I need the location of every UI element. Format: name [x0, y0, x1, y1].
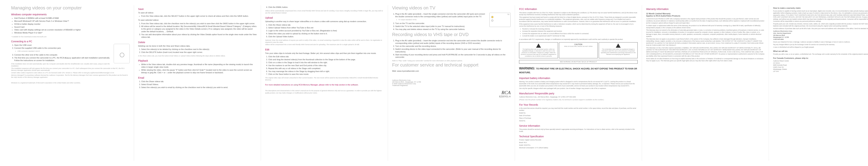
manual-spread: Managing videos on your computer Windows… — [0, 0, 868, 166]
heading-win-req: Windows computer requirements — [11, 13, 130, 16]
edit-step: Click on the Save button to save the new… — [268, 73, 384, 76]
see-marking: SEE MARKING ON BOTTOM / BACK OF PRODUCT — [519, 60, 638, 64]
heading-save: Save — [138, 8, 257, 10]
col-upload-edit: Click the EMAIL button. Videos will be a… — [261, 5, 388, 161]
heading-recording: Recording videos to VHS tape or DVD — [392, 32, 511, 37]
edit-step: Click on a video in the Stage to load it… — [268, 61, 384, 64]
canada-address: Audiovox Return Centre c/o Genco 6685 Ke… — [773, 60, 868, 73]
spec-line: Brand: RCA — [519, 142, 638, 144]
more-info: For more detailed instructions on using … — [265, 84, 384, 86]
addr-line: Hauppauge N.Y. 11788 — [773, 36, 789, 38]
edit-step: Use the markers to set the new Start and… — [268, 64, 384, 67]
addr-line: Audiovox Return Centre — [773, 60, 789, 62]
caution-subtitle: RISK OF ELECTRIC SHOCK DO NOT OPEN — [560, 46, 597, 47]
heading-support: For customer service and technical suppo… — [392, 62, 511, 68]
save-sel-step: All videos will be saved to the default … — [141, 25, 257, 33]
edit-note: The original video clips will remain unt… — [265, 77, 384, 81]
upload-steps: Click the Share videos tab. Select Uploa… — [268, 24, 384, 38]
rec-step: Start recording of your recording device… — [395, 53, 511, 59]
heading-managing: Managing videos on your computer — [11, 5, 130, 10]
upload-note: Videos will be compressed into a more we… — [265, 44, 384, 46]
req-item: SVGA or better display monitor — [14, 23, 130, 25]
edit-step: Repeat this with any or all videos in th… — [268, 67, 384, 70]
email-note: Videos will be automatically compressed … — [265, 10, 384, 14]
req-item: Sound Card — [14, 26, 130, 28]
save-sel-label: To save selected videos: — [138, 19, 159, 21]
addr-line: c/o Genco — [773, 62, 780, 64]
claim-text: If your product is capable of storing co… — [773, 10, 868, 23]
caution-title: CAUTION — [560, 44, 597, 46]
us-address: Audiovox Electronics Corp. Attn: Service… — [773, 30, 868, 40]
email-step: Select the video(s) you wish to email by… — [141, 86, 257, 89]
service-text: This product should be serviced only by … — [519, 129, 638, 133]
playback-step: While in the View videos tab, double-cli… — [141, 63, 257, 68]
delete-steps: Select the video(s) to be deleted by cli… — [141, 48, 257, 54]
return-note: A new or refurbished unit will be shippe… — [773, 46, 868, 48]
addr-line: Trademark Registered — [392, 85, 511, 86]
email-step: Select Email Videos. — [141, 83, 257, 86]
heading-upload: Upload — [265, 16, 384, 19]
col-tv-recording: Viewing videos on TV TV Plug in the AV c… — [388, 5, 515, 161]
upload-note: Optional: Enter the email address of any… — [265, 39, 384, 43]
save-all-step: From the View videos tab, click the SELE… — [141, 15, 257, 18]
fcc-item: Reorient or relocate the receiving anten… — [522, 28, 638, 30]
battery-text: Use only the specific chargers which wer… — [519, 87, 638, 90]
heading-claim: How to make a warranty claim: — [773, 7, 868, 9]
addr-line: 6685 Kennedy Road, — [773, 64, 787, 66]
edit-intro: Trim your video clips to include only th… — [265, 52, 384, 55]
windows-trademark: Windows is a registered trademark of Mic… — [11, 82, 130, 84]
spec-line: Model: EZ207/CL — [519, 144, 638, 146]
caution-right-text: The exclamation point within an equilate… — [601, 48, 636, 55]
rca-logo: RCA — [392, 90, 511, 95]
heading-tv: Viewing videos on TV — [392, 5, 511, 10]
col-save-delete: Save To save all videos: From the View v… — [134, 5, 261, 161]
edit-step: Click and drag the desired video(s) from… — [268, 58, 384, 61]
tv-step-text: Plug in the AV cable (provided) – Insert… — [395, 13, 485, 18]
warning-body: TO PREVENT FIRE OR ELECTRICAL SHOCK HAZA… — [519, 67, 637, 74]
win-req-list: Intel Pentium 4 800MHz with at least 512… — [14, 17, 130, 34]
email-steps-cont: Click the EMAIL button. — [268, 6, 384, 8]
warning-heading: WARNING: TO PREVENT FIRE OR ELECTRICAL S… — [519, 66, 638, 74]
warranty-subhead: 12 Month Limited Warranty Applies to RCA… — [646, 12, 765, 18]
heading-manufacturer: Manufacturer/ Responsible party — [519, 92, 638, 95]
heading-playback: Playback — [138, 59, 257, 62]
save-all-label: To save all videos: — [138, 12, 154, 14]
addr-line: 150 Marcus Blvd. — [773, 34, 785, 36]
fcc-item: Connect the equipment into an outlet on … — [522, 33, 638, 35]
save-sel-steps: From the View videos tab, click the chec… — [141, 22, 257, 38]
fcc-item: Consult the dealer or an experienced rad… — [522, 35, 638, 37]
playback-step: While viewing the video, click the pause… — [141, 69, 257, 74]
col-warranty-2: How to make a warranty claim: If your pr… — [769, 5, 868, 161]
pay-note: Pay any charges billed to you by the Exc… — [773, 44, 868, 46]
save-sel-step: From the View videos tab, click the chec… — [141, 22, 257, 25]
claim-text: Include evidence of purchase date such a… — [773, 28, 868, 30]
exclamation-triangle-icon — [616, 44, 621, 48]
tv-figure: TV — [489, 13, 510, 27]
delete-step: Select the video(s) to be deleted by cli… — [141, 48, 257, 51]
warranty-text: AUDIOVOX ELECTRONICS CORP. (the Company)… — [646, 18, 765, 24]
tv-figure-label: TV — [507, 13, 509, 15]
record-field: Place of Purchase — [519, 117, 638, 119]
record-field: Date of Purchase — [519, 115, 638, 117]
battery-text: Warning: Your product contains a battery… — [519, 81, 638, 87]
caution-panel: The lightning flash with arrowhead symbo… — [519, 42, 638, 58]
delete-step: Click the DELETE button (trash icon) loc… — [141, 51, 257, 54]
fcc-text: In accordance with FCC requirements, cha… — [519, 38, 638, 40]
records-text: In the event that service should be requ… — [519, 107, 638, 112]
heading-edit: Edit — [265, 48, 384, 51]
col-warranty-1: Warranty information 12 Month Limited Wa… — [642, 5, 769, 161]
col-managing: Managing videos on your computer Windows… — [7, 5, 134, 161]
rec-step: Switch recording device to the video inp… — [395, 48, 511, 53]
fcc-list: Reorient or relocate the receiving anten… — [522, 28, 638, 37]
spec-line: Electrical Consumption: 3.7V Lithium bat… — [519, 147, 638, 149]
playback-steps: While in the View videos tab, double-cli… — [141, 63, 257, 74]
heading-whatwedo: What we will do: — [773, 50, 868, 53]
addr-line: Audiovox Electronics Corp. — [773, 30, 792, 32]
pc-note: Certain video codecs required to view vi… — [11, 72, 130, 74]
upload-step: Click the Share videos tab. — [268, 24, 384, 26]
heading-service: Service Information — [519, 124, 638, 128]
addr-line: © 2009 Audiovox Electronics Corp. — [392, 83, 511, 85]
heading-battery: Important battery information — [519, 77, 638, 80]
heading-fcc: FCC Information — [519, 8, 638, 11]
delete-note: In the Share videos tab, you must first … — [138, 55, 257, 57]
